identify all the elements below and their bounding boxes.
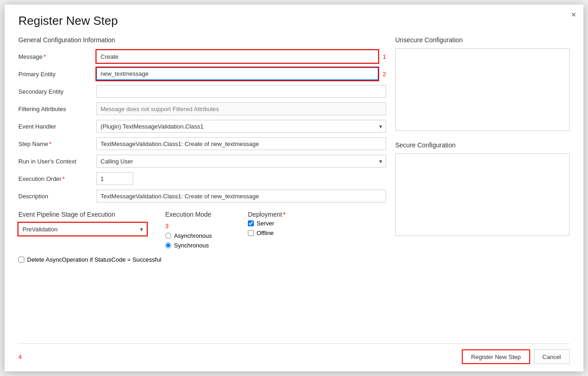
primary-entity-input-group: 2 xyxy=(96,67,386,80)
register-new-step-button[interactable]: Register New Step xyxy=(462,349,530,364)
offline-checkbox[interactable] xyxy=(248,230,254,236)
execution-order-row: Execution Order* xyxy=(18,172,386,185)
filtering-attributes-row: Filtering Attributes xyxy=(18,102,386,115)
execution-mode-label: Execution Mode xyxy=(165,211,230,218)
asynchronous-radio-row: Asynchronous xyxy=(165,232,230,239)
message-label: Message* xyxy=(18,53,96,60)
delete-async-label: Delete AsyncOperation if StatusCode = Su… xyxy=(27,256,161,263)
asynchronous-label: Asynchronous xyxy=(174,232,212,239)
annotation-1: 1 xyxy=(383,53,386,60)
pipeline-row: Event Pipeline Stage of Execution PreVal… xyxy=(18,211,386,249)
synchronous-radio-row: Synchronous xyxy=(165,242,230,249)
description-label: Description xyxy=(18,193,96,200)
annotation-3: 3 xyxy=(165,223,230,230)
pipeline-select-wrapper: PreValidation PreOperation PostOperation xyxy=(18,223,147,236)
pipeline-stage-section: Event Pipeline Stage of Execution PreVal… xyxy=(18,211,147,236)
left-panel: General Configuration Information Messag… xyxy=(18,36,386,336)
deployment-section: Deployment* Server Offline xyxy=(248,211,286,239)
filtering-attributes-input[interactable] xyxy=(96,102,386,115)
step-name-row: Step Name* xyxy=(18,137,386,150)
offline-checkbox-row: Offline xyxy=(248,230,286,236)
message-row: Message* 1 xyxy=(18,50,386,63)
right-panel: Unsecure Configuration Secure Configurat… xyxy=(395,36,570,336)
run-in-context-select-wrapper: Calling User xyxy=(96,155,386,168)
synchronous-label: Synchronous xyxy=(174,242,209,249)
pipeline-section-title: Event Pipeline Stage of Execution xyxy=(18,211,147,218)
step-name-input[interactable] xyxy=(96,137,386,150)
secondary-entity-input[interactable] xyxy=(96,85,386,98)
execution-order-input[interactable] xyxy=(96,172,133,185)
description-row: Description xyxy=(18,190,386,202)
unsecure-config-section: Unsecure Configuration xyxy=(395,36,570,132)
filtering-attributes-label: Filtering Attributes xyxy=(18,106,96,112)
run-in-context-label: Run in User's Context xyxy=(18,158,96,165)
event-handler-row: Event Handler (Plugin) TextMessageValida… xyxy=(18,120,386,133)
secondary-entity-row: Secondary Entity xyxy=(18,85,386,98)
unsecure-config-title: Unsecure Configuration xyxy=(395,36,570,44)
deployment-label: Deployment* xyxy=(248,211,286,218)
dialog-title: Register New Step xyxy=(18,14,570,28)
annotation-2: 2 xyxy=(383,71,386,78)
primary-entity-input[interactable] xyxy=(96,67,378,80)
dialog-body: General Configuration Information Messag… xyxy=(18,36,570,336)
cancel-button[interactable]: Cancel xyxy=(534,349,570,364)
server-checkbox-row: Server xyxy=(248,220,286,227)
description-input[interactable] xyxy=(96,190,386,202)
server-label: Server xyxy=(257,220,274,227)
unsecure-config-textarea[interactable] xyxy=(395,48,570,131)
bottom-section: Event Pipeline Stage of Execution PreVal… xyxy=(18,211,386,263)
event-handler-label: Event Handler xyxy=(18,123,96,130)
run-in-context-select[interactable]: Calling User xyxy=(96,155,386,168)
run-in-context-row: Run in User's Context Calling User xyxy=(18,155,386,168)
step-name-label: Step Name* xyxy=(18,140,96,147)
annotation-4: 4 xyxy=(18,354,22,360)
pipeline-stage-select[interactable]: PreValidation PreOperation PostOperation xyxy=(18,223,147,236)
execution-mode-section: Execution Mode 3 Asynchronous Synchronou… xyxy=(165,211,230,249)
server-checkbox[interactable] xyxy=(248,220,254,226)
primary-entity-row: Primary Entity 2 xyxy=(18,67,386,80)
secure-config-title: Secure Configuration xyxy=(395,141,570,149)
message-input-group: 1 xyxy=(96,50,386,63)
execution-order-label: Execution Order* xyxy=(18,175,96,182)
synchronous-radio[interactable] xyxy=(165,242,171,248)
delete-async-checkbox[interactable] xyxy=(18,257,24,263)
primary-entity-label: Primary Entity xyxy=(18,71,96,78)
asynchronous-radio[interactable] xyxy=(165,233,171,239)
secondary-entity-label: Secondary Entity xyxy=(18,88,96,95)
message-input[interactable] xyxy=(96,50,378,63)
close-button[interactable]: × xyxy=(571,10,576,20)
delete-async-row: Delete AsyncOperation if StatusCode = Su… xyxy=(18,256,386,263)
event-handler-select[interactable]: (Plugin) TextMessageValidation.Class1 xyxy=(96,120,386,133)
general-section-title: General Configuration Information xyxy=(18,36,386,44)
dialog-footer: 4 Register New Step Cancel xyxy=(18,343,570,371)
secure-config-section: Secure Configuration xyxy=(395,141,570,237)
offline-label: Offline xyxy=(257,230,274,236)
event-handler-select-wrapper: (Plugin) TextMessageValidation.Class1 xyxy=(96,120,386,133)
register-new-step-dialog: × Register New Step General Configuratio… xyxy=(5,5,583,371)
secure-config-textarea[interactable] xyxy=(395,153,570,236)
